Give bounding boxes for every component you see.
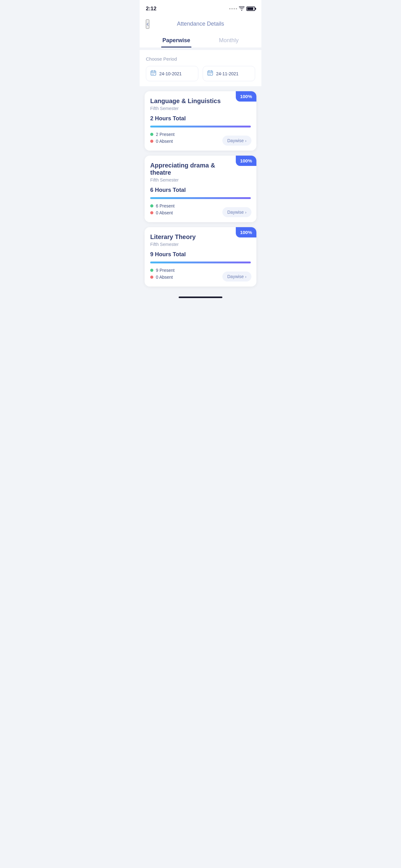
progress-bar-container	[150, 126, 251, 127]
course-card-drama-theatre: 100% Appreciating drama & theatre Fifth …	[144, 156, 257, 222]
svg-rect-9	[211, 73, 212, 73]
progress-bar	[150, 261, 251, 264]
home-bar	[179, 297, 222, 298]
daywise-button[interactable]: Daywise ›	[222, 207, 252, 217]
page-title: Attendance Details	[177, 21, 224, 27]
present-dot	[150, 133, 153, 136]
status-bar: 2:12	[140, 0, 261, 16]
absent-dot	[150, 276, 153, 279]
absent-label: 0 Absent	[156, 210, 173, 215]
hours-total: 6 Hours Total	[150, 187, 251, 193]
calendar-icon-end	[207, 70, 213, 77]
battery-icon	[246, 6, 255, 11]
svg-rect-5	[153, 74, 154, 75]
choose-period-section: Choose Period 24-10-2021	[140, 50, 261, 86]
present-label: 9 Present	[156, 268, 175, 273]
end-date-input[interactable]: 24-11-2021	[203, 66, 255, 81]
present-dot	[150, 204, 153, 208]
present-label: 2 Present	[156, 132, 175, 137]
chevron-right-icon: ›	[245, 138, 246, 143]
present-dot	[150, 269, 153, 272]
progress-bar	[150, 126, 251, 127]
percentage-badge: 100%	[236, 156, 257, 166]
divider	[140, 48, 261, 50]
tabs-container: Paperwise Monthly	[140, 32, 261, 48]
absent-label: 0 Absent	[156, 275, 173, 280]
daywise-button[interactable]: Daywise ›	[222, 135, 252, 146]
absent-dot	[150, 140, 153, 143]
svg-rect-4	[152, 74, 153, 75]
present-label: 6 Present	[156, 204, 175, 208]
svg-rect-10	[209, 74, 209, 75]
back-button[interactable]: ‹	[146, 19, 149, 29]
start-date-value: 24-10-2021	[159, 71, 182, 76]
course-name: Appreciating drama & theatre	[150, 162, 251, 176]
progress-bar-container	[150, 261, 251, 264]
status-time: 2:12	[146, 6, 157, 12]
courses-list: 100% Language & Linguistics Fifth Semest…	[140, 86, 261, 293]
svg-rect-1	[152, 73, 153, 73]
svg-rect-3	[154, 73, 155, 73]
course-name: Language & Linguistics	[150, 97, 251, 105]
percentage-badge: 100%	[236, 91, 257, 101]
course-name: Literary Theory	[150, 234, 251, 241]
semester-label: Fifth Semester	[150, 242, 251, 247]
progress-bar-container	[150, 197, 251, 199]
course-card-lang-linguistics: 100% Language & Linguistics Fifth Semest…	[144, 91, 257, 151]
percentage-badge: 100%	[236, 227, 257, 238]
tab-paperwise[interactable]: Paperwise	[157, 35, 195, 48]
chevron-right-icon: ›	[245, 210, 246, 215]
signal-icon	[229, 8, 237, 9]
svg-rect-2	[153, 73, 154, 73]
svg-rect-11	[210, 74, 210, 75]
date-inputs: 24-10-2021 24-11-2021	[146, 66, 255, 81]
semester-label: Fifth Semester	[150, 178, 251, 183]
absent-dot	[150, 211, 153, 214]
start-date-input[interactable]: 24-10-2021	[146, 66, 198, 81]
choose-period-label: Choose Period	[146, 56, 255, 62]
wifi-icon	[239, 6, 244, 11]
hours-total: 9 Hours Total	[150, 251, 251, 258]
calendar-icon-start	[151, 70, 156, 77]
status-icons	[229, 6, 255, 11]
progress-bar	[150, 197, 251, 199]
absent-label: 0 Absent	[156, 139, 173, 144]
chevron-right-icon: ›	[245, 274, 246, 279]
home-indicator	[140, 293, 261, 301]
hours-total: 2 Hours Total	[150, 115, 251, 122]
tab-monthly[interactable]: Monthly	[214, 35, 244, 48]
daywise-button[interactable]: Daywise ›	[222, 272, 252, 281]
course-card-literary-theory: 100% Literary Theory Fifth Semester 9 Ho…	[144, 227, 257, 286]
svg-rect-7	[209, 73, 209, 73]
header: ‹ Attendance Details	[140, 16, 261, 32]
semester-label: Fifth Semester	[150, 106, 251, 111]
end-date-value: 24-11-2021	[216, 71, 239, 76]
svg-rect-8	[210, 73, 210, 73]
